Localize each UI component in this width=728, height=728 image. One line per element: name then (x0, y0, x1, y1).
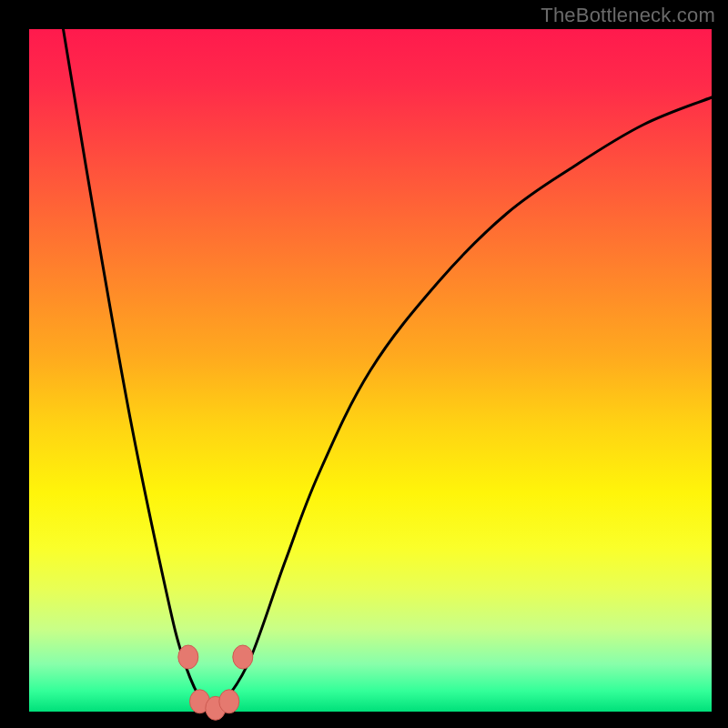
curve-markers (178, 645, 253, 720)
curve-marker (233, 645, 253, 669)
watermark-text: TheBottleneck.com (541, 4, 715, 27)
chart-frame (29, 29, 712, 712)
curve-marker (219, 690, 239, 713)
bottleneck-curve (29, 29, 712, 712)
curve-path (64, 29, 713, 712)
curve-marker (178, 645, 198, 669)
